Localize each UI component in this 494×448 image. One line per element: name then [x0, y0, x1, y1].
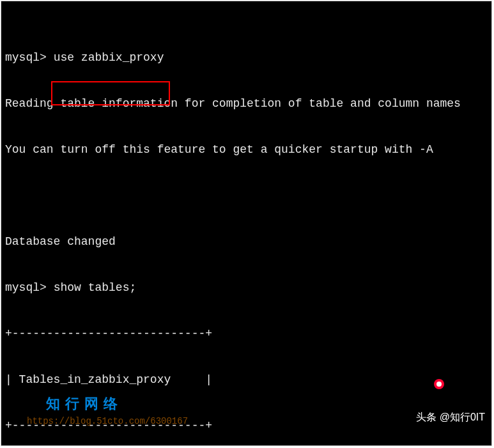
toutiao-icon	[416, 363, 445, 410]
command-2: show tables;	[54, 281, 137, 294]
prompt-text: mysql>	[5, 51, 47, 64]
output-line: You can turn off this feature to get a q…	[5, 142, 488, 157]
terminal-window[interactable]: mysql> use zabbix_proxy Reading table in…	[1, 1, 492, 446]
command-1: use zabbix_proxy	[54, 51, 164, 64]
prompt-line-2[interactable]: mysql> show tables;	[5, 280, 488, 295]
prompt-line-1[interactable]: mysql> use zabbix_proxy	[5, 50, 488, 65]
output-line: Reading table information for completion…	[5, 96, 488, 111]
output-line: Database changed	[5, 234, 488, 249]
blank-line	[5, 188, 488, 203]
watermark-overlay-text: 知 行 网 络	[46, 396, 118, 412]
table-hrule: +----------------------------+	[5, 326, 488, 341]
footer-watermark: 头条 @知行0IT	[405, 348, 485, 440]
svg-point-1	[436, 382, 442, 387]
footer-text: 头条 @知行0IT	[416, 412, 485, 422]
prompt-text: mysql>	[5, 281, 47, 294]
watermark-overlay-url: https://blog.51cto.com/6300167	[27, 413, 188, 429]
